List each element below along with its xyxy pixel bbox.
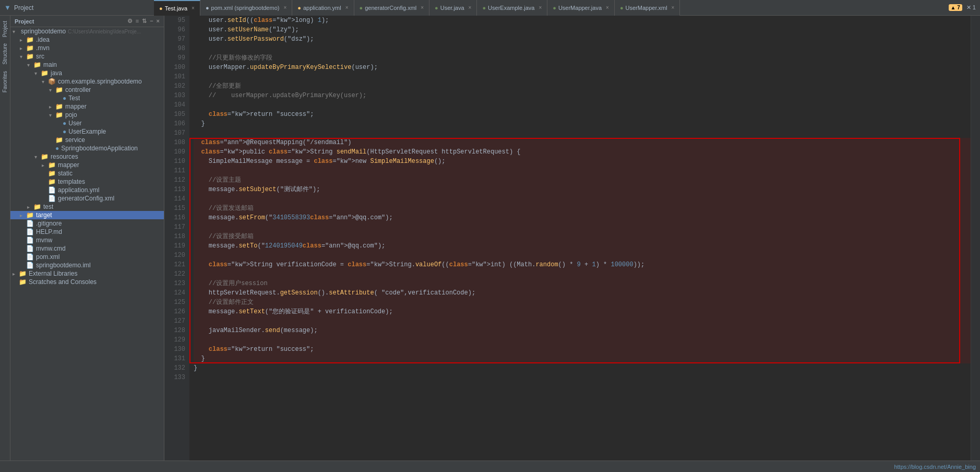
tree-label: Scratches and Consoles [29,278,97,286]
tab-icon: ● [360,5,363,11]
file-icon: 📄 [26,262,34,269]
tree-label: src [36,53,44,60]
tree-item-templates[interactable]: 📁templates [10,178,164,186]
tree-item-java[interactable]: ▾📁java [10,69,164,77]
tab-application-yml[interactable]: ●application.yml× [292,0,354,16]
tree-item-pojo[interactable]: ▾📁pojo [10,111,164,119]
panel-icon-settings[interactable]: ⚙ [127,18,133,25]
panel-icon-close[interactable]: × [157,18,160,25]
tree-item-controller[interactable]: ▾📁controller [10,86,164,94]
panel-title: Project [15,18,34,25]
tab-usermapper-java[interactable]: ●UserMapper.java× [547,0,615,16]
tree-item-idea[interactable]: ▸📁.idea [10,36,164,44]
project-label: ▼ Project [0,4,154,11]
tab-close[interactable]: × [469,5,472,10]
tree-label: mvnw [36,237,52,244]
tab-icon: ● [159,5,163,11]
tree-item-mvn[interactable]: ▸📁.mvn [10,44,164,52]
file-icon: 📁 [55,111,63,119]
panel-icon-pin[interactable]: − [150,18,153,25]
line-number-124: 124 [164,288,185,298]
code-line-117 [194,222,971,232]
top-bar-right: ▲ 7 ✕ 1 [945,4,980,11]
code-line-130: class="kw">return "success"; [194,345,971,354]
file-icon: 📁 [33,61,41,68]
tree-label: External Libraries [29,270,77,277]
file-icon: 📁 [48,170,56,177]
code-line-112: //设置主题 [194,175,971,185]
tab-label: pom.xml (springbootdemo) [211,5,280,11]
tab-user-java[interactable]: ●User.java× [429,0,477,16]
tree-item-mapper[interactable]: ▸📁mapper [10,102,164,111]
arrow: ▾ [34,70,41,76]
project-title: Project [14,4,33,11]
line-number-113: 113 [164,185,185,194]
code-line-129 [194,335,971,345]
tree-item-mvnw-file[interactable]: 📄mvnw [10,236,164,244]
tree-item-src[interactable]: ▾📁src [10,52,164,61]
code-line-96: user.setUserName("lzy"); [194,25,971,34]
tab-usermapper-xml[interactable]: ●UserMapper.xml× [615,0,680,16]
tree-item-generatorconfig-file[interactable]: 📄generatorConfig.xml [10,194,164,203]
warning-badge: ▲ 7 [949,4,962,11]
tree-item-scratches[interactable]: 📁Scratches and Consoles [10,278,164,286]
code-line-115: //设置发送邮箱 [194,204,971,213]
tree-item-mapper-res[interactable]: ▸📁mapper [10,161,164,169]
tab-close[interactable]: × [192,5,195,11]
tree-label: target [36,211,52,219]
tree-item-main[interactable]: ▾📁main [10,61,164,69]
tree-item-springbootdemo-app[interactable]: ●SpringbootdemoApplication [10,144,164,152]
v-tab-structure[interactable]: Structure [1,40,9,68]
v-tab-project[interactable]: Project [1,18,9,40]
file-icon: ● [63,120,66,127]
tab-close[interactable]: × [539,5,542,10]
tab-userexample-java[interactable]: ●UserExample.java× [477,0,547,16]
tab-close[interactable]: × [283,5,286,10]
tree-item-user-class[interactable]: ●User [10,119,164,127]
tab-close[interactable]: × [672,5,675,10]
tree-item-userexample-class[interactable]: ●UserExample [10,127,164,136]
tree-item-gitignore[interactable]: 📄.gitignore [10,219,164,228]
arrow: ▸ [49,104,55,110]
tree-item-test-folder[interactable]: ▸📁test [10,203,164,211]
tree-item-springbootdemo-root[interactable]: ▾springbootdemoC:\Users\Anniebing\IdeaPr… [10,27,164,36]
tab-test-java[interactable]: ●Test.java× [154,0,200,16]
status-url[interactable]: https://blog.csdn.net/Annie_bing [894,464,976,470]
tree-item-resources[interactable]: ▾📁resources [10,152,164,161]
tree-item-target[interactable]: ▸📁target [10,211,164,219]
tree-item-springbootdemo-iml[interactable]: 📄springbootdemo.iml [10,261,164,269]
tree-item-test-class[interactable]: ●Test [10,94,164,102]
tab-generatorConfig-xml[interactable]: ●generatorConfig.xml× [354,0,430,16]
tree-item-service[interactable]: 📁service [10,136,164,144]
file-icon: 📁 [55,86,63,93]
tree-item-static[interactable]: 📁static [10,169,164,178]
tree-item-help-md[interactable]: 📄HELP.md [10,228,164,236]
tree-item-pom-xml-file[interactable]: 📄pom.xml [10,253,164,261]
arrow: ▾ [42,79,48,85]
tab-close[interactable]: × [606,5,609,10]
tree-label: UserExample [68,128,106,135]
tab-label: User.java [440,5,464,11]
file-icon: 📄 [26,237,34,244]
tree-label: mapper [58,161,79,169]
panel-icon-list[interactable]: ≡ [136,18,139,25]
line-number-123: 123 [164,279,185,288]
file-icon: 📄 [48,186,56,194]
code-container[interactable]: 9596979899100101102103104105106107108109… [164,16,980,461]
tab-close[interactable]: × [345,5,349,10]
tree-item-com-example[interactable]: ▾📦com.example.springbootdemo [10,77,164,86]
tab-label: generatorConfig.xml [365,5,416,11]
code-line-132: } [194,363,971,373]
tab-pom-xml[interactable]: ●pom.xml (springbootdemo)× [200,0,292,16]
tree-item-external-libraries[interactable]: ▸📁External Libraries [10,269,164,278]
tab-close[interactable]: × [421,5,424,10]
tree-item-application-yml-file[interactable]: 📄application.yml [10,186,164,194]
panel-icon-sort[interactable]: ⇅ [142,18,147,25]
v-tab-favorites[interactable]: Favorites [1,68,9,96]
file-icon: 📁 [19,278,27,286]
tree-item-mvnw-cmd[interactable]: 📄mvnw.cmd [10,244,164,253]
code-line-120 [194,251,971,260]
status-bar: https://blog.csdn.net/Annie_bing [0,461,980,472]
code-line-127 [194,316,971,326]
line-number-102: 102 [164,81,185,91]
